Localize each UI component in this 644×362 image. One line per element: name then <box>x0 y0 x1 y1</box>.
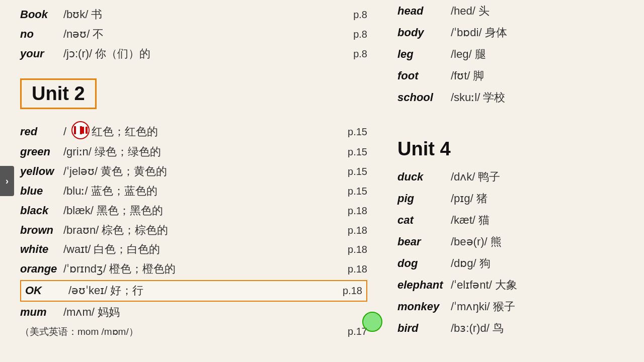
word-page: p.18 <box>337 204 367 218</box>
list-item: brown /braʊn/ 棕色；棕色的 p.18 <box>20 221 367 240</box>
word-english: cat <box>397 212 448 228</box>
word-chinese: 身体 <box>485 24 507 41</box>
word-chinese: 熊 <box>491 233 502 250</box>
word-chinese: 蓝色；蓝色的 <box>91 184 327 199</box>
word-english: foot <box>397 67 448 84</box>
word-english: school <box>397 89 448 106</box>
word-page: p.15 <box>337 145 367 159</box>
word-phonetic: /ˈɒrɪndʒ/ <box>63 261 106 277</box>
word-english: bird <box>397 320 448 336</box>
page-container: › Book /bʊk/ 书 p.8 no /nəʊ/ 不 p.8 your /… <box>0 0 644 362</box>
list-item: blue /bluː/ 蓝色；蓝色的 p.15 <box>20 182 367 201</box>
word-chinese: 白色；白色的 <box>94 242 327 257</box>
list-item: monkey /ˈmʌŋki/ 猴子 <box>397 296 629 317</box>
nav-arrow-button[interactable]: › <box>0 166 14 196</box>
list-item: foot /fʊt/ 脚 <box>397 65 629 86</box>
word-phonetic: /dɒg/ <box>451 255 476 272</box>
list-item: your /jɔ:(r)/ 你（们）的 p.8 <box>20 44 367 64</box>
word-page: p.18 <box>337 262 367 276</box>
top-word-list: Book /bʊk/ 书 p.8 no /nəʊ/ 不 p.8 your /jɔ… <box>20 5 367 63</box>
word-chinese: 头 <box>478 3 490 19</box>
word-english: white <box>20 242 60 257</box>
right-column: head /hed/ 头 body /ˈbɒdi/ 身体 leg /leg/ 腿… <box>382 0 644 362</box>
word-phonetic: /ˈbɒdi/ <box>451 24 482 41</box>
word-english: pig <box>397 190 448 207</box>
word-phonetic: /mʌm/ <box>63 305 95 320</box>
list-item: yellow /ˈjeləʊ/ 黄色；黄色的 p.15 <box>20 162 367 182</box>
list-item: bear /beə(r)/ 熊 <box>397 231 629 252</box>
word-chinese: 猫 <box>478 212 490 228</box>
word-english: brown <box>20 223 60 238</box>
ok-highlighted-row: OK /əʊˈkeɪ/ 好；行 p.18 <box>20 280 367 302</box>
list-item: no /nəʊ/ 不 p.8 <box>20 25 367 44</box>
word-english: no <box>20 27 60 42</box>
word-page: p.8 <box>337 47 367 61</box>
word-chinese: 黑色；黑色的 <box>97 203 327 219</box>
word-page: p.15 <box>337 164 367 178</box>
word-note: （美式英语：mom /mɒm/） <box>20 325 138 339</box>
word-chinese: 猪 <box>476 190 488 207</box>
word-phonetic: /hed/ <box>451 3 475 19</box>
word-english: orange <box>20 261 60 277</box>
word-english: OK <box>25 283 65 299</box>
word-english: monkey <box>397 298 448 315</box>
word-phonetic: /əʊˈkeɪ/ <box>68 283 107 299</box>
word-phonetic: /ˈjeləʊ/ <box>63 164 98 179</box>
word-phonetic: /pɪg/ <box>451 190 473 207</box>
arrow-icon: › <box>6 176 9 187</box>
word-phonetic: /braʊn/ <box>63 223 99 238</box>
unit2-title: Unit 2 <box>32 83 85 104</box>
list-item: pig /pɪg/ 猪 <box>397 188 629 209</box>
word-phonetic: / <box>63 124 66 140</box>
word-phonetic: /blæk/ <box>63 203 94 219</box>
word-phonetic: /jɔ:(r)/ <box>63 46 92 62</box>
word-english: blue <box>20 184 60 199</box>
word-phonetic: /dʌk/ <box>451 168 475 185</box>
word-english: Book <box>20 7 60 23</box>
word-english: leg <box>397 46 448 62</box>
word-phonetic: /bʊk/ <box>63 7 88 23</box>
word-phonetic: /waɪt/ <box>63 242 91 257</box>
word-page: p.17 <box>337 324 367 338</box>
word-chinese: 腿 <box>475 46 486 62</box>
word-english: red <box>20 124 60 140</box>
word-phonetic: /skuːl/ <box>451 89 480 106</box>
list-item: white /waɪt/ 白色；白色的 p.18 <box>20 240 367 259</box>
word-page: p.18 <box>337 223 367 237</box>
right-top-word-list: head /hed/ 头 body /ˈbɒdi/ 身体 leg /leg/ 腿… <box>397 0 629 108</box>
list-item: red / 红色；红色的 p.15 <box>20 120 367 142</box>
word-phonetic: /ˈelɪfənt/ <box>451 277 492 293</box>
word-chinese: 书 <box>91 7 327 23</box>
word-page: p.8 <box>337 8 367 22</box>
word-english: dog <box>397 255 448 272</box>
list-item: cat /kæt/ 猫 <box>397 209 629 231</box>
word-chinese: 大象 <box>495 277 517 293</box>
word-english: yellow <box>20 164 60 179</box>
list-item: leg /leg/ 腿 <box>397 43 629 65</box>
left-column: Book /bʊk/ 书 p.8 no /nəʊ/ 不 p.8 your /jɔ… <box>0 0 382 362</box>
word-phonetic: /griːn/ <box>63 144 92 160</box>
list-item: elephant /ˈelɪfənt/ 大象 <box>397 274 629 296</box>
word-english: black <box>20 203 60 219</box>
word-chinese: 不 <box>93 27 327 42</box>
list-item: green /griːn/ 绿色；绿色的 p.15 <box>20 142 367 162</box>
list-item: orange /ˈɒrɪndʒ/ 橙色；橙色的 p.18 <box>20 259 367 279</box>
word-chinese: 狗 <box>479 255 491 272</box>
word-chinese: 绿色；绿色的 <box>95 144 327 160</box>
word-chinese: 你（们）的 <box>95 46 327 62</box>
word-english: elephant <box>397 277 448 293</box>
pause-icon[interactable] <box>71 121 90 139</box>
word-chinese: 猴子 <box>493 298 515 315</box>
word-chinese: 好；行 <box>110 283 322 299</box>
word-english: bear <box>397 233 448 250</box>
list-item-note: （美式英语：mom /mɒm/） p.17 <box>20 322 367 341</box>
unit4-word-list: duck /dʌk/ 鸭子 pig /pɪg/ 猪 cat /kæt/ 猫 be… <box>397 166 629 339</box>
word-chinese: 红色；红色的 <box>92 124 327 140</box>
unit2-word-list: red / 红色；红色的 p.15 green /griːn/ 绿色；绿色的 p… <box>20 120 367 340</box>
word-chinese: 鸭子 <box>478 168 500 185</box>
word-page: p.18 <box>332 284 362 298</box>
word-phonetic: /leg/ <box>451 46 472 62</box>
word-english: your <box>20 46 60 62</box>
word-english: green <box>20 144 60 160</box>
word-phonetic: /fʊt/ <box>451 67 470 84</box>
